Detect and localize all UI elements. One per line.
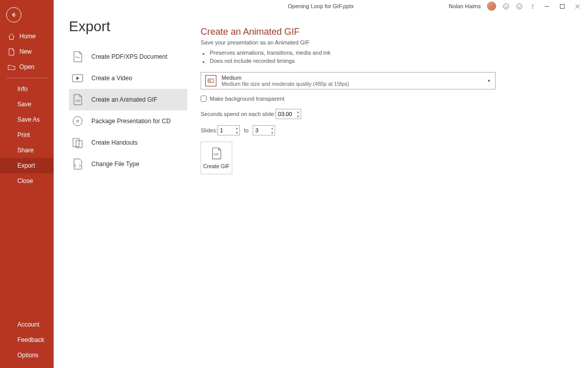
- transparent-label[interactable]: Make background transparent: [210, 96, 284, 102]
- new-icon: [7, 48, 15, 56]
- sidebar-label: Print: [17, 131, 30, 139]
- pdf-icon: [71, 50, 84, 63]
- detail-pane: Create an Animated GIF Save your present…: [187, 12, 588, 368]
- svg-text:GIF: GIF: [76, 99, 81, 102]
- export-item-video[interactable]: Create a Video: [69, 67, 187, 89]
- svg-point-6: [532, 8, 533, 8]
- create-gif-label: Create GIF: [203, 163, 230, 169]
- sidebar-label: Account: [17, 321, 39, 328]
- sidebar-label: Save: [17, 101, 31, 108]
- sidebar-item-saveas[interactable]: Save As: [0, 112, 54, 127]
- svg-point-15: [209, 80, 211, 82]
- sidebar-item-save[interactable]: Save: [0, 97, 54, 112]
- quality-title: Medium: [222, 75, 349, 81]
- chevron-down-icon: ▼: [487, 79, 491, 83]
- export-item-cd[interactable]: Package Presentation for CD: [69, 110, 187, 132]
- svg-rect-7: [560, 4, 564, 8]
- face-smile-icon[interactable]: [502, 3, 509, 10]
- svg-point-0: [503, 4, 509, 9]
- svg-point-4: [518, 5, 519, 6]
- svg-point-11: [77, 120, 79, 122]
- detail-subtitle: Save your presentation as an Animated GI…: [201, 39, 576, 45]
- spin-down[interactable]: ▼: [270, 130, 275, 135]
- export-label: Change File Type: [91, 160, 139, 168]
- slides-to-word: to: [244, 127, 249, 133]
- svg-point-3: [517, 4, 522, 9]
- export-options-list: Export Create PDF/XPS Document Create a …: [54, 12, 187, 368]
- sidebar-label: Feedback: [17, 336, 44, 343]
- spin-down[interactable]: ▼: [296, 114, 301, 119]
- export-item-gif[interactable]: GIF Create an Animated GIF: [69, 89, 187, 110]
- sidebar-label: Home: [19, 33, 36, 40]
- sidebar-item-share[interactable]: Share: [0, 143, 54, 158]
- sidebar-label: Options: [17, 352, 38, 359]
- sidebar-label: Share: [17, 147, 34, 154]
- sidebar-label: Open: [19, 63, 34, 71]
- create-gif-icon: GIF: [210, 147, 223, 160]
- spin-down[interactable]: ▼: [234, 130, 239, 135]
- document-title: Opening Loop for GIF.pptx: [288, 3, 354, 9]
- maximize-button[interactable]: [557, 4, 567, 9]
- sidebar-item-account[interactable]: Account: [0, 317, 54, 332]
- quality-subtitle: Medium file size and moderate quality (4…: [222, 81, 349, 87]
- sidebar-item-new[interactable]: New: [0, 44, 54, 59]
- export-label: Create an Animated GIF: [91, 96, 157, 103]
- handouts-icon: [71, 136, 84, 149]
- transparent-checkbox[interactable]: [201, 96, 207, 102]
- titlebar: Opening Loop for GIF.pptx Nolan Haims: [54, 0, 588, 12]
- sidebar-item-export[interactable]: Export: [0, 158, 54, 173]
- minimize-button[interactable]: [542, 4, 551, 9]
- export-item-pdf[interactable]: Create PDF/XPS Document: [69, 46, 187, 67]
- svg-point-10: [73, 117, 82, 126]
- quality-icon: [205, 75, 216, 86]
- slides-label: Slides:: [201, 127, 217, 133]
- cd-icon: [71, 114, 84, 128]
- sidebar-item-options[interactable]: Options: [0, 348, 54, 363]
- video-icon: [71, 72, 84, 85]
- backstage-sidebar: Home New Open Info Save Save As Print Sh…: [0, 0, 54, 368]
- export-item-handouts[interactable]: Create Handouts: [69, 132, 187, 153]
- sidebar-label: Close: [17, 177, 33, 185]
- username[interactable]: Nolan Haims: [449, 3, 481, 9]
- export-label: Package Presentation for CD: [91, 118, 170, 125]
- detail-bullet: Preserves animations, transitions, media…: [210, 49, 576, 57]
- sidebar-item-close[interactable]: Close: [0, 173, 54, 189]
- avatar[interactable]: [487, 2, 496, 11]
- svg-point-5: [520, 5, 521, 6]
- filetype-icon: [71, 157, 84, 171]
- export-label: Create Handouts: [91, 139, 138, 146]
- help-icon[interactable]: [529, 3, 536, 10]
- create-gif-button[interactable]: GIF Create GIF: [201, 142, 232, 174]
- export-item-filetype[interactable]: Change File Type: [69, 153, 187, 175]
- gif-icon: GIF: [71, 93, 84, 106]
- sidebar-label: Export: [17, 162, 35, 169]
- detail-bullet: Does not include recorded timings: [210, 57, 576, 65]
- close-button[interactable]: [573, 4, 582, 9]
- export-label: Create a Video: [91, 75, 132, 82]
- sidebar-item-info[interactable]: Info: [0, 81, 54, 97]
- seconds-label: Seconds spend on each slide:: [201, 111, 276, 117]
- sidebar-label: New: [19, 48, 32, 55]
- svg-point-1: [505, 5, 505, 6]
- detail-heading: Create an Animated GIF: [201, 27, 576, 37]
- divider: [6, 78, 47, 78]
- quality-dropdown[interactable]: Medium Medium file size and moderate qua…: [201, 72, 496, 89]
- sidebar-label: Info: [17, 85, 28, 93]
- spin-up[interactable]: ▲: [234, 126, 239, 130]
- sidebar-item-feedback[interactable]: Feedback: [0, 332, 54, 348]
- back-button[interactable]: [6, 7, 21, 22]
- svg-point-2: [507, 5, 507, 6]
- sidebar-item-print[interactable]: Print: [0, 127, 54, 143]
- sidebar-item-home[interactable]: Home: [0, 29, 54, 44]
- sidebar-label: Save As: [17, 116, 40, 123]
- open-icon: [7, 63, 15, 71]
- arrow-left-icon: [10, 11, 17, 18]
- spin-up[interactable]: ▲: [296, 109, 301, 114]
- home-icon: [7, 32, 15, 40]
- export-label: Create PDF/XPS Document: [91, 53, 167, 60]
- spin-up[interactable]: ▲: [270, 126, 275, 130]
- svg-text:GIF: GIF: [214, 153, 219, 156]
- sidebar-item-open[interactable]: Open: [0, 59, 54, 75]
- face-sad-icon[interactable]: [516, 3, 523, 10]
- page-title: Export: [69, 18, 187, 35]
